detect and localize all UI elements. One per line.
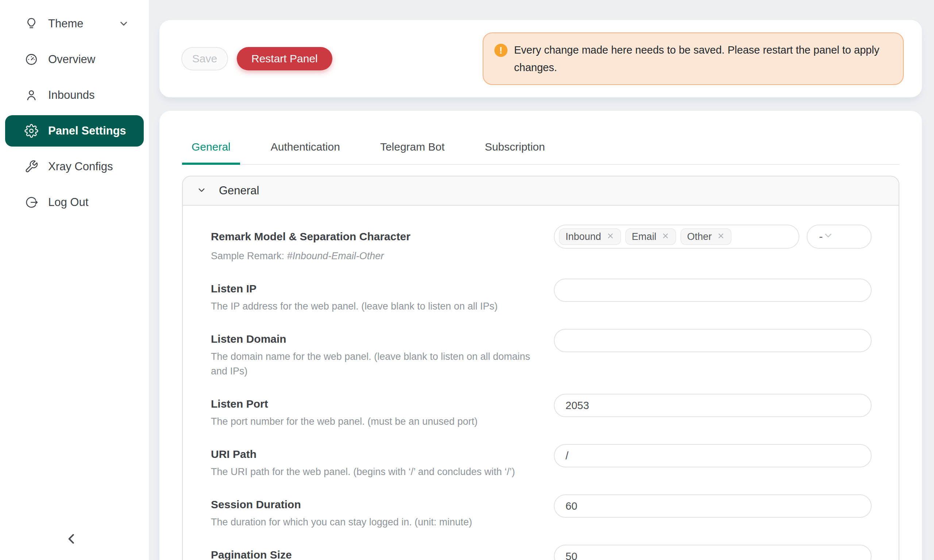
sidebar-item-theme[interactable]: Theme — [5, 8, 144, 39]
field-label: Pagination Size — [211, 545, 532, 560]
sidebar-item-label: Log Out — [48, 196, 88, 209]
form-row-control — [554, 444, 872, 468]
separator-select[interactable]: - — [807, 225, 872, 249]
settings-card: GeneralAuthenticationTelegram BotSubscri… — [159, 111, 922, 560]
form-row-remark-model-separation-character: Remark Model & Separation CharacterSampl… — [211, 225, 872, 263]
settings-tabs: GeneralAuthenticationTelegram BotSubscri… — [182, 139, 899, 165]
close-icon[interactable] — [717, 231, 725, 242]
field-description: The URI path for the web panel. (begins … — [211, 465, 532, 479]
field-label: Listen Port — [211, 394, 532, 414]
general-collapse-header[interactable]: General — [183, 177, 899, 206]
close-icon[interactable] — [661, 231, 669, 242]
form-row-control — [554, 329, 872, 352]
form-row-left: Remark Model & Separation CharacterSampl… — [211, 225, 554, 263]
tag-label: Inbound — [566, 231, 601, 242]
form-row-left: Listen IPThe IP address for the web pane… — [211, 278, 554, 314]
tag-label: Email — [632, 231, 657, 242]
sidebar-item-label: Overview — [48, 53, 95, 66]
form-row-listen-ip: Listen IPThe IP address for the web pane… — [211, 278, 872, 314]
sidebar-item-label: Theme — [48, 17, 83, 30]
form-rows: Remark Model & Separation CharacterSampl… — [183, 206, 899, 560]
sidebar-item-xray-configs[interactable]: Xray Configs — [5, 151, 144, 182]
form-row-left: Pagination Size — [211, 545, 554, 560]
form-row-session-duration: Session DurationThe duration for which y… — [211, 494, 872, 529]
actions-card: Save Restart Panel ! Every change made h… — [159, 20, 922, 97]
sidebar-item-label: Panel Settings — [48, 124, 126, 137]
warning-icon: ! — [494, 44, 507, 57]
field-label: Listen Domain — [211, 329, 532, 349]
sidebar-collapse-button[interactable] — [61, 529, 82, 550]
field-label: Remark Model & Separation Character — [211, 225, 532, 249]
field-description: Sample Remark: #Inbound-Email-Other — [211, 249, 532, 263]
user-icon — [24, 88, 39, 102]
main-content: Save Restart Panel ! Every change made h… — [149, 20, 934, 560]
remark-tag-inbound[interactable]: Inbound — [559, 228, 621, 245]
form-row-left: Session DurationThe duration for which y… — [211, 494, 554, 529]
alert-text: Every change made here needs to be saved… — [514, 41, 891, 76]
close-icon[interactable] — [606, 231, 614, 242]
field-label: Listen IP — [211, 278, 532, 299]
save-button[interactable]: Save — [181, 47, 228, 70]
sidebar-items: ThemeOverviewInboundsPanel SettingsXray … — [0, 0, 149, 218]
listen-port-input[interactable] — [554, 394, 872, 417]
restart-panel-button[interactable]: Restart Panel — [237, 47, 332, 70]
tab-telegram-bot[interactable]: Telegram Bot — [371, 139, 454, 164]
sidebar-item-label: Xray Configs — [48, 160, 113, 173]
tag-label: Other — [687, 231, 712, 242]
gear-icon — [24, 124, 39, 138]
general-collapse-panel: General Remark Model & Separation Charac… — [182, 176, 899, 560]
sidebar-item-panel-settings[interactable]: Panel Settings — [5, 115, 144, 146]
form-row-control — [554, 494, 872, 518]
form-row-control — [554, 545, 872, 560]
form-row-control — [554, 278, 872, 302]
remark-tag-other[interactable]: Other — [680, 228, 732, 245]
remark-model-multiselect[interactable]: InboundEmailOther — [554, 225, 799, 249]
chevron-down-icon — [823, 230, 834, 243]
tab-authentication[interactable]: Authentication — [261, 139, 350, 164]
field-label: URI Path — [211, 444, 532, 465]
session-duration-input[interactable] — [554, 494, 872, 518]
restart-warning-alert: ! Every change made here needs to be sav… — [483, 32, 904, 85]
separator-value: - — [819, 231, 823, 243]
field-description: The domain name for the web panel. (leav… — [211, 349, 532, 378]
sidebar-item-log-out[interactable]: Log Out — [5, 187, 144, 218]
field-description: The duration for which you can stay logg… — [211, 515, 532, 529]
tab-subscription[interactable]: Subscription — [475, 139, 555, 164]
listen-ip-input[interactable] — [554, 278, 872, 302]
form-row-listen-domain: Listen DomainThe domain name for the web… — [211, 329, 872, 378]
sidebar: ThemeOverviewInboundsPanel SettingsXray … — [0, 0, 149, 560]
dashboard-icon — [24, 52, 39, 67]
pagination-size-input[interactable] — [554, 545, 872, 560]
form-row-control: InboundEmailOther- — [554, 225, 872, 249]
chevron-down-icon — [197, 185, 219, 197]
form-row-listen-port: Listen PortThe port number for the web p… — [211, 394, 872, 429]
wrench-icon — [24, 159, 39, 174]
form-row-left: Listen PortThe port number for the web p… — [211, 394, 554, 429]
uri-path-input[interactable] — [554, 444, 872, 468]
sidebar-item-label: Inbounds — [48, 89, 95, 102]
remark-tag-email[interactable]: Email — [625, 228, 677, 245]
field-description: The IP address for the web panel. (leave… — [211, 299, 532, 314]
form-row-left: URI PathThe URI path for the web panel. … — [211, 444, 554, 479]
form-row-pagination-size: Pagination Size — [211, 545, 872, 560]
tab-general[interactable]: General — [182, 139, 240, 164]
form-row-left: Listen DomainThe domain name for the web… — [211, 329, 554, 378]
bulb-icon — [24, 16, 39, 31]
listen-domain-input[interactable] — [554, 329, 872, 352]
sidebar-item-inbounds[interactable]: Inbounds — [5, 80, 144, 111]
section-title: General — [219, 184, 259, 197]
field-description: The port number for the web panel. (must… — [211, 414, 532, 429]
field-label: Session Duration — [211, 494, 532, 515]
sidebar-item-overview[interactable]: Overview — [5, 44, 144, 75]
chevron-down-icon — [118, 18, 129, 29]
logout-icon — [24, 195, 39, 210]
form-row-control — [554, 394, 872, 417]
chevron-left-icon — [65, 532, 79, 547]
form-row-uri-path: URI PathThe URI path for the web panel. … — [211, 444, 872, 479]
